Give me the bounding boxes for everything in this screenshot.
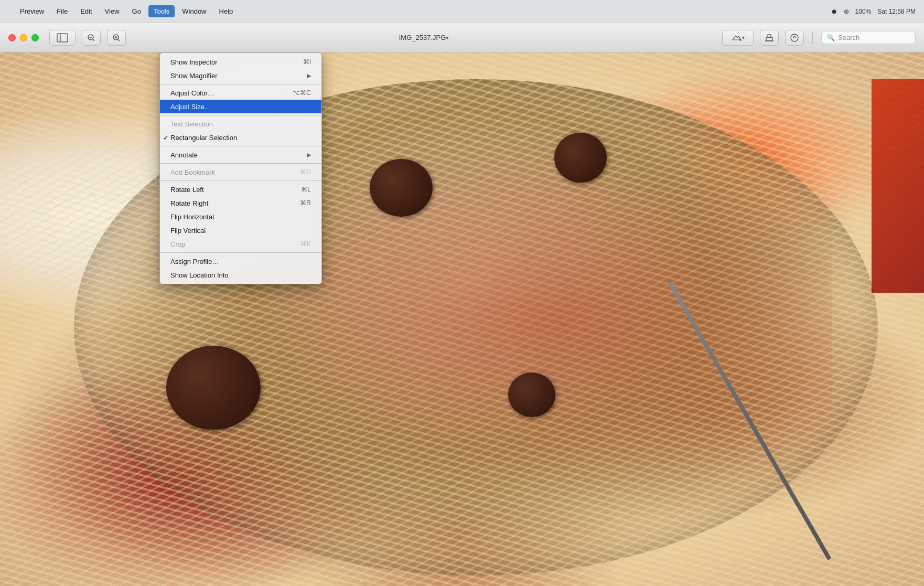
menu-item-flip-vertical[interactable]: Flip Vertical <box>160 223 321 237</box>
menu-item-adjust-size[interactable]: Adjust Size… <box>160 100 321 113</box>
menu-separator-5 <box>160 180 321 181</box>
menu-separator-2 <box>160 115 321 115</box>
menu-separator-1 <box>160 84 321 84</box>
menu-item-rectangular-selection[interactable]: Rectangular Selection <box>160 131 321 144</box>
annotate-button[interactable]: ▾ <box>722 30 754 46</box>
close-button[interactable] <box>8 34 16 41</box>
menu-help[interactable]: Help <box>214 5 239 17</box>
window-toolbar: IMG_2537.JPG▾ ▾ 🔍 Sea <box>0 23 924 52</box>
sidebar-toggle-button[interactable] <box>49 30 76 46</box>
wifi-icon: ⊛ <box>844 8 849 15</box>
svg-line-8 <box>118 39 120 41</box>
svg-line-4 <box>93 39 94 41</box>
annotate-submenu-arrow-icon: ▶ <box>307 152 311 158</box>
menu-item-add-bookmark: Add Bookmark ⌘D <box>160 165 321 179</box>
svg-rect-10 <box>768 35 771 37</box>
battery-indicator: 100% <box>855 8 872 15</box>
traffic-lights <box>8 34 39 41</box>
menu-tools[interactable]: Tools <box>148 5 175 17</box>
menu-window[interactable]: Window <box>177 5 211 17</box>
menu-item-text-selection: Text Selection <box>160 117 321 131</box>
menu-item-rotate-right[interactable]: Rotate Right ⌘R <box>160 196 321 210</box>
menu-separator-4 <box>160 163 321 164</box>
submenu-arrow-icon: ▶ <box>307 72 311 79</box>
menu-item-show-magnifier[interactable]: Show Magnifier ▶ <box>160 69 321 82</box>
menu-edit[interactable]: Edit <box>75 5 97 17</box>
search-box[interactable]: 🔍 Search <box>821 31 916 44</box>
svg-rect-0 <box>57 34 68 42</box>
menu-preview[interactable]: Preview <box>15 5 49 17</box>
clock-display: Sat 12:58 PM <box>877 8 916 15</box>
app-window: IMG_2537.JPG▾ ▾ 🔍 Sea <box>0 23 924 586</box>
menubar-left: Preview File Edit View Go Tools Window H… <box>8 5 238 17</box>
menubar: Preview File Edit View Go Tools Window H… <box>0 0 924 23</box>
menu-view[interactable]: View <box>100 5 125 17</box>
stamp-button[interactable] <box>760 30 779 46</box>
zoom-in-button[interactable] <box>107 30 126 46</box>
svg-rect-9 <box>766 37 772 41</box>
menu-separator-3 <box>160 146 321 146</box>
tools-dropdown-menu: Show Inspector ⌘I Show Magnifier ▶ Adjus… <box>159 52 322 284</box>
svg-point-12 <box>791 34 798 41</box>
menu-item-show-location[interactable]: Show Location Info <box>160 268 321 282</box>
zoom-out-button[interactable] <box>82 30 101 46</box>
food-image <box>0 52 924 586</box>
menu-file[interactable]: File <box>51 5 73 17</box>
toolbar-separator <box>812 31 813 44</box>
menu-item-rotate-left[interactable]: Rotate Left ⌘L <box>160 183 321 196</box>
menu-item-show-inspector[interactable]: Show Inspector ⌘I <box>160 55 321 69</box>
menu-item-flip-horizontal[interactable]: Flip Horizontal <box>160 210 321 223</box>
window-title: IMG_2537.JPG▾ <box>132 34 716 41</box>
minimize-button[interactable] <box>20 34 27 41</box>
menu-item-annotate[interactable]: Annotate ▶ <box>160 148 321 162</box>
maximize-button[interactable] <box>31 34 39 41</box>
markup-button[interactable] <box>785 30 804 46</box>
menu-separator-6 <box>160 252 321 253</box>
menu-item-assign-profile[interactable]: Assign Profile… <box>160 254 321 268</box>
search-icon: 🔍 <box>827 34 835 41</box>
main-content: Show Inspector ⌘I Show Magnifier ▶ Adjus… <box>0 52 924 586</box>
search-input[interactable]: Search <box>838 34 859 41</box>
menubar-right: ⏺ ⊛ 100% Sat 12:58 PM <box>831 8 916 15</box>
menu-item-crop: Crop ⌘K <box>160 237 321 251</box>
menu-go[interactable]: Go <box>127 5 146 17</box>
menu-item-adjust-color[interactable]: Adjust Color… ⌥⌘C <box>160 86 321 100</box>
record-icon: ⏺ <box>831 8 837 15</box>
